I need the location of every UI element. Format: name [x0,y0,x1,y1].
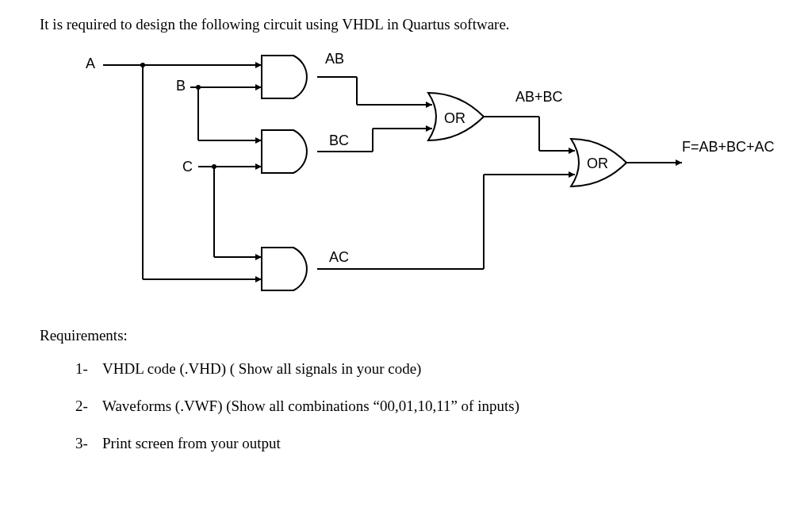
svg-point-35 [212,164,216,169]
label-output-f: F=AB+BC+AC [682,139,775,156]
list-item: 1- VHDL code (.VHD) ( Show all signals i… [75,360,772,378]
requirements-list: 1- VHDL code (.VHD) ( Show all signals i… [40,360,772,452]
req-text: Waveforms (.VWF) (Show all combinations … [102,398,772,415]
label-gate-or2: OR [587,156,608,172]
svg-marker-18 [426,102,432,108]
svg-marker-9 [255,137,262,144]
label-input-a: A [86,56,95,72]
label-signal-bc: BC [329,133,349,149]
label-signal-ab: AB [325,51,344,67]
svg-marker-6 [255,84,262,90]
req-number: 1- [75,360,94,378]
label-input-c: C [182,159,193,175]
svg-marker-22 [426,125,432,132]
label-gate-or1: OR [444,110,465,127]
svg-marker-11 [255,163,262,170]
svg-marker-4 [255,276,262,282]
req-number: 3- [75,435,94,452]
req-text: Print screen from your output [102,435,772,452]
req-text: VHDL code (.VHD) ( Show all signals in y… [102,360,772,378]
circuit-diagram: A B C AB BC AC OR AB+BC OR F=AB+BC+AC [56,49,769,311]
req-number: 2- [75,398,94,415]
label-input-b: B [176,78,186,94]
list-item: 3- Print screen from your output [75,435,772,452]
svg-point-34 [196,85,201,90]
svg-marker-32 [676,159,682,166]
label-signal-ab-plus-bc: AB+BC [515,89,563,106]
svg-marker-26 [569,148,575,154]
label-signal-ac: AC [329,249,349,266]
svg-marker-14 [255,254,262,260]
svg-marker-30 [569,171,575,178]
svg-marker-1 [255,62,262,68]
circuit-svg [56,49,769,311]
svg-point-33 [140,63,145,67]
intro-text: It is required to design the following c… [40,16,772,33]
requirements-heading: Requirements: [40,327,772,344]
list-item: 2- Waveforms (.VWF) (Show all combinatio… [75,398,772,415]
